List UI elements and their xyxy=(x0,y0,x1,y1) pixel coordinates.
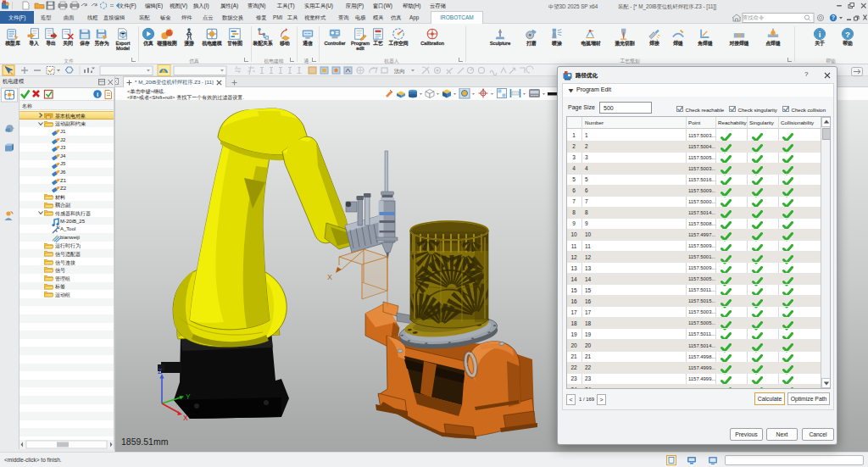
svg-text:X: X xyxy=(327,273,332,281)
svg-text:X: X xyxy=(183,414,188,422)
svg-text:i: i xyxy=(819,30,821,39)
svg-text:i: i xyxy=(97,91,98,98)
svg-text:?: ? xyxy=(845,30,850,39)
svg-text:法向: 法向 xyxy=(393,68,405,75)
svg-text:Y: Y xyxy=(186,392,191,401)
svg-text:?: ? xyxy=(832,14,835,20)
svg-text:Z: Z xyxy=(158,367,162,375)
